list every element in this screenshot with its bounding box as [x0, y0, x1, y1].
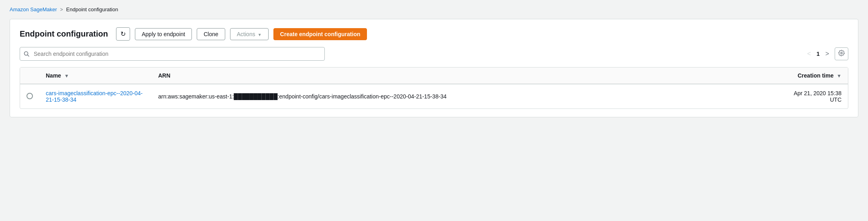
search-container [20, 47, 325, 61]
arrow-right-icon: > [825, 50, 829, 57]
col-header-name[interactable]: Name ▼ [39, 68, 152, 84]
header-row: Endpoint configuration Apply to endpoint… [20, 27, 848, 41]
pagination-prev-button[interactable]: < [805, 49, 813, 58]
chevron-down-icon [258, 31, 262, 37]
clone-label: Clone [204, 31, 218, 37]
create-endpoint-config-button[interactable]: Create endpoint configuration [273, 28, 367, 40]
actions-button[interactable]: Actions [230, 28, 269, 40]
apply-to-endpoint-button[interactable]: Apply to endpoint [135, 28, 192, 40]
refresh-icon [120, 30, 126, 38]
arrow-left-icon: < [807, 50, 811, 57]
breadcrumb-current: Endpoint configuration [66, 6, 118, 12]
table-wrapper: Name ▼ ARN Creation time ▼ [20, 67, 848, 109]
sort-name-icon: ▼ [64, 73, 69, 79]
svg-line-1 [28, 55, 29, 57]
sort-creation-icon: ▼ [837, 73, 842, 79]
table-cell-radio [20, 84, 39, 108]
search-row: < 1 > [20, 47, 848, 61]
table-cell-arn: arn:aws:sagemaker:us-east-1:███████████:… [152, 84, 784, 108]
endpoint-config-creation-time: Apr 21, 2020 15:38 UTC [794, 90, 842, 103]
table-row: cars-imageclassification-epc--2020-04-21… [20, 84, 848, 108]
table-cell-creation-time: Apr 21, 2020 15:38 UTC [784, 84, 848, 108]
page-number: 1 [817, 51, 820, 57]
col-arn-label: ARN [158, 72, 170, 79]
create-endpoint-config-label: Create endpoint configuration [280, 31, 361, 37]
actions-label: Actions [237, 31, 255, 37]
col-header-arn: ARN [152, 68, 784, 84]
search-input[interactable] [20, 47, 325, 61]
breadcrumb-parent[interactable]: Amazon SageMaker [10, 6, 57, 12]
table-header-row: Name ▼ ARN Creation time ▼ [20, 68, 848, 84]
col-name-label: Name [46, 72, 61, 79]
page-title: Endpoint configuration [20, 29, 108, 39]
breadcrumb: Amazon SageMaker > Endpoint configuratio… [10, 6, 858, 12]
pagination-controls: < 1 > [805, 47, 848, 60]
row-radio-button[interactable] [26, 93, 33, 99]
refresh-button[interactable] [116, 27, 130, 41]
breadcrumb-separator: > [60, 7, 63, 12]
gear-icon [838, 50, 845, 58]
col-header-creation-time[interactable]: Creation time ▼ [784, 68, 848, 84]
table-cell-name: cars-imageclassification-epc--2020-04-21… [39, 84, 152, 108]
table-settings-button[interactable] [835, 47, 848, 60]
page-wrapper: Amazon SageMaker > Endpoint configuratio… [0, 0, 868, 221]
endpoint-config-arn: arn:aws:sagemaker:us-east-1:███████████:… [158, 93, 446, 100]
endpoint-config-name-link[interactable]: cars-imageclassification-epc--2020-04-21… [46, 90, 143, 103]
col-header-radio [20, 68, 39, 84]
pagination-next-button[interactable]: > [823, 49, 831, 58]
apply-to-endpoint-label: Apply to endpoint [142, 31, 185, 37]
col-creation-label: Creation time [798, 72, 833, 79]
search-icon [24, 51, 29, 57]
endpoint-config-table: Name ▼ ARN Creation time ▼ [20, 68, 848, 108]
main-card: Endpoint configuration Apply to endpoint… [10, 19, 858, 117]
clone-button[interactable]: Clone [197, 28, 225, 40]
